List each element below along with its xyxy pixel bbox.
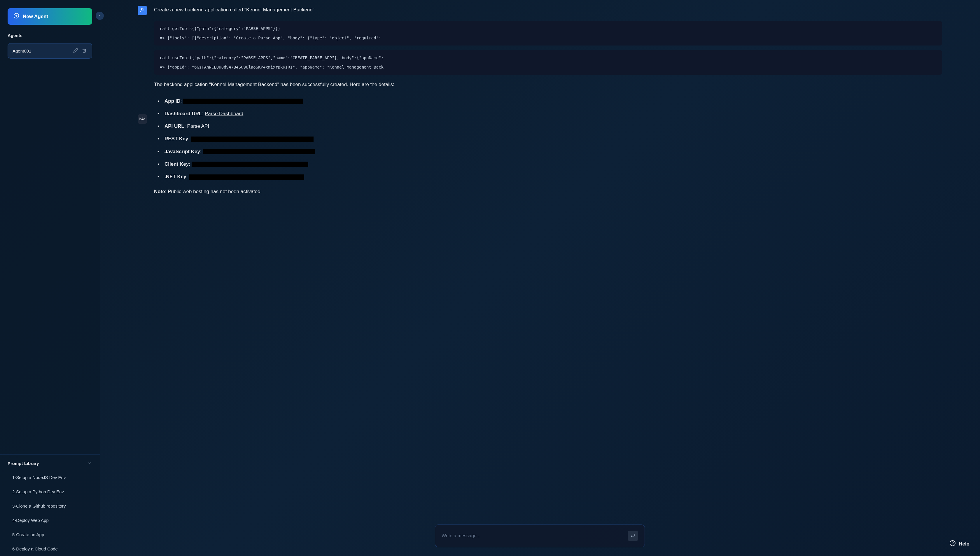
svg-point-3	[142, 8, 143, 10]
response-content: call getTools({"path":{"category":"PARSE…	[154, 21, 942, 195]
prompt-item-cloud-code[interactable]: 6-Deploy a Cloud Code	[0, 542, 100, 556]
code-line: => {"appId": "6GsFAnNCEUH0d947B4Su9UlaoS…	[160, 65, 384, 70]
agent-name: Agent001	[13, 48, 31, 53]
app-id-label: App ID	[165, 98, 181, 104]
new-agent-label: New Agent	[23, 14, 48, 19]
javascript-key-label: JavaScript Key	[165, 149, 200, 154]
send-button[interactable]	[628, 531, 638, 541]
redacted-value	[183, 99, 303, 104]
user-message-text: Create a new backend application called …	[154, 6, 315, 15]
trash-icon	[82, 49, 87, 54]
success-message: The backend application "Kennel Manageme…	[154, 81, 942, 89]
prompt-item-create-app[interactable]: 5-Create an App	[0, 527, 100, 542]
agent-item[interactable]: Agent001	[8, 43, 92, 59]
agent-actions	[73, 48, 87, 54]
redacted-value	[191, 137, 313, 142]
code-line: call getTools({"path":{"category":"PARSE…	[160, 26, 280, 31]
prompt-item-python[interactable]: 2-Setup a Python Dev Env	[0, 485, 100, 499]
user-avatar	[138, 6, 147, 15]
detail-javascript-key: JavaScript Key:	[160, 145, 942, 158]
prompt-library-section: Prompt Library 1-Setup a NodeJS Dev Env …	[0, 454, 100, 556]
new-agent-button[interactable]: New Agent	[8, 8, 92, 25]
redacted-value	[189, 175, 304, 180]
prompt-library-title: Prompt Library	[8, 461, 39, 466]
delete-agent-button[interactable]	[81, 48, 87, 54]
redacted-value	[203, 149, 315, 154]
pencil-icon	[73, 49, 78, 54]
dashboard-url-label: Dashboard URL	[165, 111, 202, 116]
message-input[interactable]	[442, 533, 623, 538]
dashboard-url-link[interactable]: Parse Dashboard	[205, 111, 243, 116]
details-list: App ID: Dashboard URL: Parse Dashboard A…	[154, 95, 942, 183]
sidebar: New Agent Agents Agent001 Prompt L	[0, 0, 100, 556]
edit-agent-button[interactable]	[73, 48, 79, 54]
help-label: Help	[959, 541, 969, 547]
enter-icon	[630, 533, 636, 539]
code-block-1: call getTools({"path":{"category":"PARSE…	[154, 21, 942, 45]
prompt-item-deploy-web[interactable]: 4-Deploy Web App	[0, 513, 100, 527]
sidebar-top: New Agent	[0, 0, 100, 31]
rest-key-label: REST Key	[165, 136, 188, 141]
redacted-value	[192, 162, 308, 167]
prompt-item-github[interactable]: 3-Clone a Github repository	[0, 499, 100, 513]
note-body: : Public web hosting has not been activa…	[165, 189, 262, 194]
client-key-label: Client Key	[165, 161, 189, 167]
user-icon	[140, 8, 145, 14]
api-url-label: API URL	[165, 123, 184, 129]
prompt-list: 1-Setup a NodeJS Dev Env 2-Setup a Pytho…	[0, 470, 100, 556]
code-line: call useTool({"path":{"category":"PARSE_…	[160, 55, 384, 60]
main-content: Create a new backend application called …	[100, 0, 980, 556]
prompt-item-nodejs[interactable]: 1-Setup a NodeJS Dev Env	[0, 470, 100, 485]
chat-container: Create a new backend application called …	[100, 0, 980, 524]
help-icon	[949, 540, 956, 548]
note-label: Note	[154, 189, 165, 194]
user-message: Create a new backend application called …	[138, 6, 942, 15]
detail-dashboard-url: Dashboard URL: Parse Dashboard	[160, 107, 942, 120]
detail-rest-key: REST Key:	[160, 133, 942, 145]
detail-api-url: API URL: Parse API	[160, 120, 942, 133]
detail-dotnet-key: .NET Key:	[160, 170, 942, 183]
agents-section-title: Agents	[0, 31, 100, 40]
api-url-link[interactable]: Parse API	[187, 123, 209, 129]
plus-icon	[13, 13, 19, 20]
detail-app-id: App ID:	[160, 95, 942, 107]
code-line: => {"tools": [{"description": "Create a …	[160, 36, 381, 40]
b4a-avatar: b4a	[138, 114, 147, 124]
message-input-area	[435, 524, 645, 547]
note: Note: Public web hosting has not been ac…	[154, 189, 942, 195]
prompt-library-header[interactable]: Prompt Library	[0, 455, 100, 470]
help-button[interactable]: Help	[949, 540, 969, 548]
chevron-down-icon	[87, 461, 92, 466]
detail-client-key: Client Key:	[160, 158, 942, 170]
code-block-2: call useTool({"path":{"category":"PARSE_…	[154, 50, 942, 75]
assistant-message: b4a call getTools({"path":{"category":"P…	[138, 21, 942, 195]
dotnet-key-label: .NET Key	[165, 174, 186, 179]
